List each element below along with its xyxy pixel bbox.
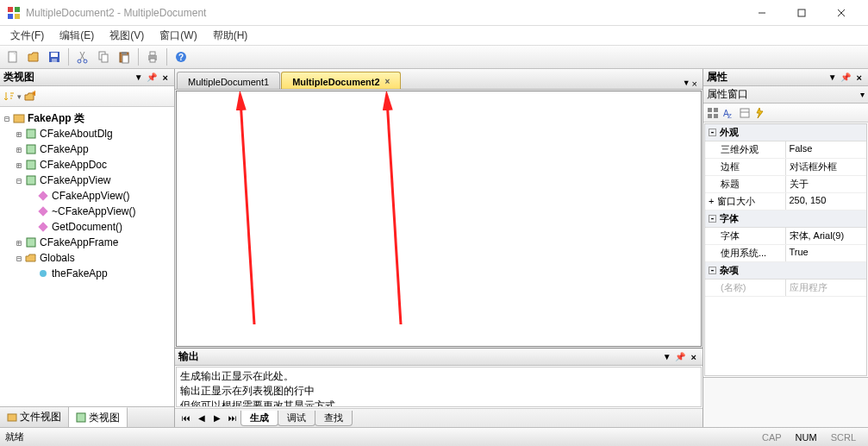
prop-row[interactable]: 标题关于	[705, 176, 866, 193]
menu-help[interactable]: 帮助(H)	[208, 27, 253, 45]
dropdown-icon[interactable]: ▼	[134, 72, 143, 82]
new-file-button[interactable]	[3, 47, 22, 66]
menu-view[interactable]: 视图(V)	[104, 27, 149, 45]
help-button[interactable]: ?	[172, 47, 190, 66]
svg-rect-3	[15, 14, 20, 19]
output-line: 生成输出正显示在此处。	[180, 369, 697, 384]
last-button[interactable]: ⏭	[225, 413, 240, 423]
tree-item[interactable]: ~CFakeAppView()	[52, 205, 136, 217]
output-content[interactable]: 生成输出正显示在此处。 输出正显示在列表视图的行中 但您可以根据需要更改其显示方…	[176, 367, 702, 407]
tab-close-icon[interactable]: ×	[692, 79, 697, 89]
status-bar: 就绪 CAP NUM SCRL	[0, 427, 868, 446]
class-icon	[24, 174, 38, 186]
tree-root[interactable]: FakeApp 类	[28, 111, 84, 126]
tree-item[interactable]: CFakeAboutDlg	[40, 128, 113, 140]
svg-line-39	[387, 100, 401, 324]
svg-rect-42	[708, 114, 712, 118]
pin-icon[interactable]: 📌	[840, 72, 851, 82]
print-button[interactable]	[143, 47, 162, 66]
output-tab-find[interactable]: 查找	[315, 411, 353, 426]
svg-rect-28	[27, 160, 35, 169]
pin-icon[interactable]: 📌	[675, 352, 685, 361]
prev-button[interactable]: ◀	[194, 413, 209, 423]
sort-button[interactable]	[3, 91, 16, 103]
tree-item[interactable]: Globals	[40, 252, 75, 264]
dropdown-icon[interactable]: ▼	[828, 72, 837, 82]
doc-tab-1[interactable]: MultipleDocument1	[177, 72, 280, 89]
tree-item[interactable]: CFakeAppView()	[52, 190, 129, 202]
svg-rect-32	[38, 222, 47, 231]
minimize-button[interactable]	[742, 0, 782, 26]
svg-rect-5	[798, 9, 805, 16]
variable-icon	[36, 267, 50, 280]
output-panel: 输出 ▼ 📌 × 生成输出正显示在此处。 输出正显示在列表视图的行中 但您可以根…	[175, 348, 703, 427]
class-tree[interactable]: ⊟FakeApp 类 ⊞CFakeAboutDlg ⊞CFakeApp ⊞CFa…	[0, 107, 174, 406]
tab-class-view[interactable]: 类视图	[69, 407, 128, 427]
property-grid[interactable]: -外观 三维外观False 边框对话框外框 标题关于 +窗口大小250, 150…	[704, 123, 867, 376]
categorized-button[interactable]	[707, 107, 719, 119]
tree-item[interactable]: CFakeApp	[40, 143, 89, 155]
properties-panel: 属性 ▼ 📌 × 属性窗口 ▾ AZ -外观 三维外观False 边框对话框外框…	[703, 69, 868, 427]
svg-rect-1	[15, 7, 20, 12]
close-tab-icon[interactable]: ×	[385, 77, 390, 86]
close-panel-button[interactable]: ×	[160, 72, 171, 83]
maximize-button[interactable]	[782, 0, 821, 26]
svg-rect-41	[714, 108, 718, 112]
copy-button[interactable]	[94, 47, 113, 66]
output-tab-debug[interactable]: 调试	[278, 411, 315, 426]
pin-icon[interactable]: 📌	[147, 72, 157, 82]
menu-bar: 文件(F) 编辑(E) 视图(V) 窗口(W) 帮助(H)	[0, 26, 868, 45]
menu-file[interactable]: 文件(F)	[5, 27, 49, 45]
close-button[interactable]	[821, 0, 861, 26]
next-button[interactable]: ▶	[209, 413, 225, 423]
output-header: 输出 ▼ 📌 ×	[175, 349, 703, 366]
first-button[interactable]: ⏮	[178, 413, 194, 423]
prop-row[interactable]: (名称)应用程序	[705, 280, 866, 297]
property-description	[703, 377, 868, 427]
save-button[interactable]	[45, 47, 64, 66]
close-panel-button[interactable]: ×	[689, 352, 699, 362]
svg-rect-25	[14, 115, 24, 122]
prop-row[interactable]: 使用系统...True	[705, 245, 866, 262]
tree-item[interactable]: GetDocument()	[52, 221, 122, 233]
paste-button[interactable]	[115, 47, 134, 66]
prop-category[interactable]: -外观	[705, 124, 866, 141]
svg-rect-26	[27, 129, 35, 138]
output-tab-build[interactable]: 生成	[240, 411, 278, 426]
status-num: NUM	[789, 432, 824, 443]
tree-item[interactable]: theFakeApp	[52, 267, 108, 280]
output-line: 但您可以根据需要更改其显示方式...	[180, 399, 697, 407]
tab-dropdown-icon[interactable]: ▼	[683, 79, 690, 89]
dropdown-icon[interactable]: ▾	[860, 90, 865, 99]
doc-tab-2[interactable]: MultipleDocument2×	[281, 72, 401, 89]
menu-window[interactable]: 窗口(W)	[154, 27, 202, 45]
prop-category[interactable]: -字体	[705, 210, 866, 228]
class-icon	[24, 143, 38, 155]
open-file-button[interactable]	[24, 47, 43, 66]
cut-button[interactable]	[73, 47, 92, 66]
prop-row[interactable]: 字体宋体, Arial(9)	[705, 228, 866, 245]
prop-row[interactable]: +窗口大小250, 150	[705, 193, 866, 210]
dropdown-icon[interactable]: ▼	[663, 352, 671, 361]
prop-row[interactable]: 边框对话框外框	[705, 159, 866, 176]
tree-item[interactable]: CFakeAppView	[40, 174, 111, 186]
document-area[interactable]	[176, 91, 702, 347]
close-panel-button[interactable]: ×	[854, 72, 865, 83]
properties-button[interactable]	[739, 107, 751, 119]
svg-text:?: ?	[178, 53, 184, 62]
prop-row[interactable]: 三维外观False	[705, 141, 866, 159]
tab-file-view[interactable]: 文件视图	[0, 407, 69, 427]
center-panel: MultipleDocument1 MultipleDocument2× ▼ ×…	[175, 69, 703, 427]
svg-rect-21	[150, 59, 155, 62]
events-button[interactable]	[753, 107, 765, 119]
alphabetical-button[interactable]: AZ	[721, 107, 734, 119]
new-folder-button[interactable]: ✱	[23, 91, 35, 103]
class-view-header: 类视图 ▼ 📌 ×	[0, 69, 174, 86]
tree-item[interactable]: CFakeAppDoc	[40, 159, 107, 171]
menu-edit[interactable]: 编辑(E)	[54, 27, 99, 45]
tree-item[interactable]: CFakeAppFrame	[40, 236, 118, 248]
svg-rect-10	[51, 53, 58, 57]
properties-window-label: 属性窗口	[707, 87, 857, 102]
prop-category[interactable]: -杂项	[705, 262, 866, 280]
output-title: 输出	[178, 349, 659, 364]
